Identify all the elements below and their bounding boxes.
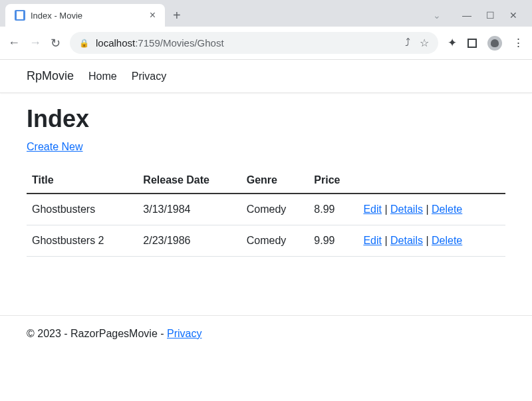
menu-icon[interactable]: ⋮: [513, 36, 524, 50]
close-tab-icon[interactable]: ×: [150, 9, 156, 21]
tab-bar: Index - Movie × + ⌄ — ☐ ✕: [0, 4, 532, 27]
browser-tab[interactable]: Index - Movie ×: [5, 4, 165, 27]
create-new-link[interactable]: Create New: [27, 141, 82, 152]
cell-price: 9.99: [309, 225, 358, 257]
tab-title: Index - Movie: [31, 11, 82, 21]
cell-title: Ghostbusters: [27, 194, 138, 225]
col-price: Price: [309, 168, 358, 194]
lock-icon: 🔒: [79, 39, 89, 48]
share-icon[interactable]: ⤴: [405, 37, 410, 49]
nav-home[interactable]: Home: [88, 70, 117, 82]
toolbar-icons: ✦ ⋮: [448, 36, 524, 51]
cell-release-date: 3/13/1984: [138, 194, 241, 225]
footer-privacy-link[interactable]: Privacy: [167, 328, 201, 339]
delete-link[interactable]: Delete: [432, 203, 462, 215]
bookmark-icon[interactable]: ☆: [420, 37, 429, 49]
back-button[interactable]: ←: [8, 36, 20, 50]
extensions-icon[interactable]: ✦: [448, 36, 457, 50]
main-content: Index Create New Title Release Date Genr…: [0, 93, 532, 269]
brand[interactable]: RpMovie: [27, 69, 74, 83]
url-port: :7159: [135, 37, 160, 49]
url-host: localhost: [96, 37, 135, 49]
url-path: /Movies/Ghost: [160, 37, 224, 49]
cell-title: Ghostbusters 2: [27, 225, 138, 257]
favicon-icon: [15, 10, 25, 21]
col-genre: Genre: [241, 168, 309, 194]
footer: © 2023 - RazorPagesMovie - Privacy: [0, 315, 532, 352]
forward-button[interactable]: →: [29, 36, 41, 50]
movies-table: Title Release Date Genre Price Ghostbust…: [27, 168, 505, 257]
browser-toolbar: ← → ↻ 🔒 localhost:7159/Movies/Ghost ⤴ ☆ …: [0, 27, 532, 60]
minimize-button[interactable]: —: [462, 10, 471, 21]
page-title: Index: [27, 105, 505, 133]
cell-genre: Comedy: [241, 194, 309, 225]
cell-actions: Edit | Details | Delete: [358, 225, 505, 257]
table-row: Ghostbusters3/13/1984Comedy8.99Edit | De…: [27, 194, 505, 225]
footer-text: © 2023 - RazorPagesMovie -: [27, 328, 167, 339]
cell-release-date: 2/23/1986: [138, 225, 241, 257]
reload-button[interactable]: ↻: [51, 36, 61, 51]
addr-actions: ⤴ ☆: [405, 37, 429, 49]
col-release-date: Release Date: [138, 168, 241, 194]
nav-privacy[interactable]: Privacy: [132, 70, 166, 82]
details-link[interactable]: Details: [390, 235, 423, 246]
site-navbar: RpMovie Home Privacy: [0, 60, 532, 93]
cell-price: 8.99: [309, 194, 358, 225]
edit-link[interactable]: Edit: [363, 203, 382, 215]
maximize-button[interactable]: ☐: [486, 10, 495, 21]
table-row: Ghostbusters 22/23/1986Comedy9.99Edit | …: [27, 225, 505, 257]
browser-chrome: Index - Movie × + ⌄ — ☐ ✕ ← → ↻ 🔒 localh…: [0, 0, 532, 60]
window-controls: ⌄ — ☐ ✕: [433, 10, 527, 21]
panel-icon[interactable]: [467, 39, 477, 48]
new-tab-button[interactable]: +: [165, 8, 189, 23]
col-title: Title: [27, 168, 138, 194]
chevron-down-icon[interactable]: ⌄: [433, 10, 441, 21]
edit-link[interactable]: Edit: [363, 235, 382, 246]
delete-link[interactable]: Delete: [432, 235, 462, 246]
close-window-button[interactable]: ✕: [509, 10, 517, 21]
cell-genre: Comedy: [241, 225, 309, 257]
address-bar[interactable]: 🔒 localhost:7159/Movies/Ghost ⤴ ☆: [70, 32, 438, 54]
profile-avatar[interactable]: [487, 36, 502, 51]
col-actions: [358, 168, 505, 194]
url: localhost:7159/Movies/Ghost: [96, 37, 224, 49]
cell-actions: Edit | Details | Delete: [358, 194, 505, 225]
details-link[interactable]: Details: [390, 203, 423, 215]
